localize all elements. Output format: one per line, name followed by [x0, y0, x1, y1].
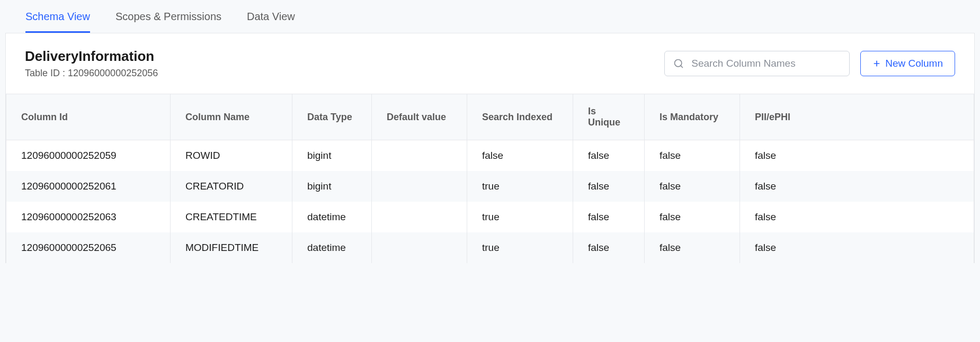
search-input[interactable] — [691, 58, 841, 69]
cell-is-mandatory: false — [645, 202, 740, 232]
table-row[interactable]: 12096000000252061 CREATORID bigint true … — [6, 171, 974, 202]
cell-is-unique: false — [573, 232, 645, 263]
cell-data-type: datetime — [292, 202, 372, 232]
cell-pii: false — [740, 171, 974, 202]
cell-data-type: bigint — [292, 140, 372, 172]
column-header-search[interactable]: Search Indexed — [467, 94, 573, 140]
table-header-row: Column Id Column Name Data Type Default … — [6, 94, 974, 140]
cell-is-mandatory: false — [645, 171, 740, 202]
cell-default — [372, 232, 467, 263]
cell-is-mandatory: false — [645, 232, 740, 263]
cell-column-name: CREATEDTIME — [171, 202, 292, 232]
table-name: DeliveryInformation — [25, 48, 158, 65]
columns-table: Column Id Column Name Data Type Default … — [6, 94, 974, 263]
column-header-mandatory[interactable]: Is Mandatory — [645, 94, 740, 140]
column-header-pii[interactable]: PII/ePHI — [740, 94, 974, 140]
cell-column-id: 12096000000252065 — [6, 232, 171, 263]
cell-pii: false — [740, 140, 974, 172]
tabs-bar: Schema View Scopes & Permissions Data Vi… — [5, 0, 975, 33]
cell-default — [372, 171, 467, 202]
cell-pii: false — [740, 232, 974, 263]
column-header-unique[interactable]: Is Unique — [573, 94, 645, 140]
column-header-default[interactable]: Default value — [372, 94, 467, 140]
cell-is-unique: false — [573, 171, 645, 202]
cell-column-id: 12096000000252063 — [6, 202, 171, 232]
table-row[interactable]: 12096000000252063 CREATEDTIME datetime t… — [6, 202, 974, 232]
tab-scopes-permissions[interactable]: Scopes & Permissions — [115, 0, 221, 33]
cell-column-name: CREATORID — [171, 171, 292, 202]
column-header-type[interactable]: Data Type — [292, 94, 372, 140]
cell-column-name: ROWID — [171, 140, 292, 172]
cell-data-type: bigint — [292, 171, 372, 202]
table-id: Table ID : 12096000000252056 — [25, 68, 158, 79]
cell-default — [372, 202, 467, 232]
table-row[interactable]: 12096000000252059 ROWID bigint false fal… — [6, 140, 974, 172]
table-header: DeliveryInformation Table ID : 120960000… — [6, 33, 974, 94]
column-header-id[interactable]: Column Id — [6, 94, 171, 140]
cell-column-id: 12096000000252059 — [6, 140, 171, 172]
search-icon — [673, 58, 684, 69]
cell-default — [372, 140, 467, 172]
plus-icon — [872, 59, 881, 68]
cell-pii: false — [740, 202, 974, 232]
new-column-label: New Column — [885, 58, 943, 69]
tab-data-view[interactable]: Data View — [247, 0, 295, 33]
cell-search-indexed: true — [467, 232, 573, 263]
svg-line-1 — [681, 66, 683, 68]
cell-column-name: MODIFIEDTIME — [171, 232, 292, 263]
search-box[interactable] — [664, 51, 850, 76]
cell-search-indexed: true — [467, 171, 573, 202]
cell-is-mandatory: false — [645, 140, 740, 172]
cell-is-unique: false — [573, 202, 645, 232]
cell-search-indexed: false — [467, 140, 573, 172]
table-row[interactable]: 12096000000252065 MODIFIEDTIME datetime … — [6, 232, 974, 263]
cell-search-indexed: true — [467, 202, 573, 232]
cell-is-unique: false — [573, 140, 645, 172]
column-header-name[interactable]: Column Name — [171, 94, 292, 140]
new-column-button[interactable]: New Column — [860, 51, 955, 76]
tab-schema-view[interactable]: Schema View — [25, 0, 90, 33]
cell-data-type: datetime — [292, 232, 372, 263]
cell-column-id: 12096000000252061 — [6, 171, 171, 202]
